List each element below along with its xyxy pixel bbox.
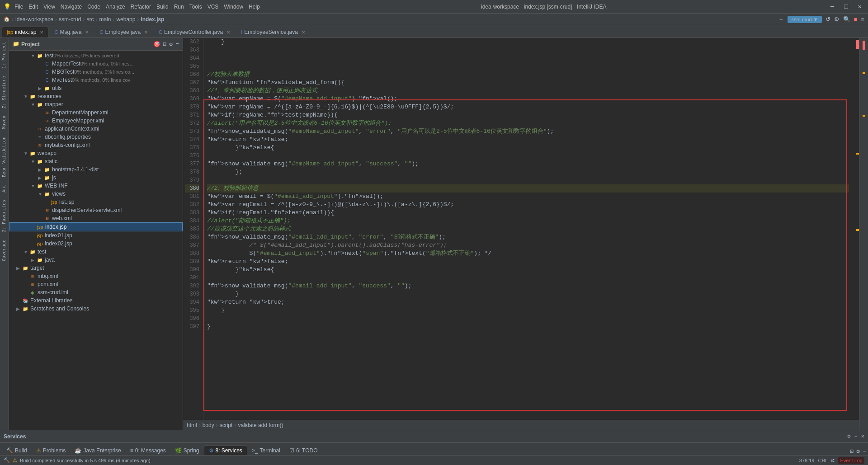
tree-item-test[interactable]: ▼📁test [9,248,183,256]
sidebar-structure-label[interactable]: Z: Structure [2,76,7,108]
tree-item-dispatcherServlet-servlet_xml[interactable]: ≋dispatcherServlet-servlet.xml [9,206,183,214]
tree-item-EmployeeMapper_xml[interactable]: ≋EmployeeMapper.xml [9,117,183,125]
tab-msg-java[interactable]: C Msg.java ✕ [49,27,94,38]
sidebar-favorites-label[interactable]: 2: Favorites [2,200,7,232]
expand-panels-icon[interactable]: ⊡ [850,448,854,455]
search-everywhere-icon[interactable]: 🔍 [843,16,850,23]
menu-file[interactable]: File [14,4,23,10]
locate-file-icon[interactable]: 🎯 [153,41,160,48]
tab-java-enterprise[interactable]: ☕ Java Enterprise [70,446,125,455]
tree-item-dbconfig_properties[interactable]: ≡dbconfig.properties [9,133,183,141]
tab-terminal[interactable]: >_ Terminal [247,446,285,455]
tree-item-index02_jsp[interactable]: jspindex02.jsp [9,240,183,248]
services-close-icon[interactable]: ✕ [861,433,864,440]
tree-item-mbg_xml[interactable]: ≋mbg.xml [9,272,183,280]
breadcrumb-body[interactable]: body [203,422,214,428]
tree-item-applicationContext_xml[interactable]: ≋applicationContext.xml [9,125,183,133]
branch-selector[interactable]: ssm-crud ▼ [788,16,821,23]
tab-employee-service[interactable]: I EmployeeService.java ✕ [236,27,310,38]
maximize-button[interactable]: □ [841,3,850,10]
tab-close-employee-controller[interactable]: ✕ [226,30,230,35]
sidebar-project-label[interactable]: 1: Project [2,42,7,69]
breadcrumb-script[interactable]: script [220,422,233,428]
sync-icon[interactable]: ↺ [826,16,830,23]
minimize-button[interactable]: ─ [828,3,837,10]
menu-window[interactable]: Window [224,4,243,10]
tree-item-java[interactable]: ▶📁java [9,256,183,264]
panel-settings-icon[interactable]: ⚙ [169,41,173,48]
tree-item-MBGTest[interactable]: CMBGTest 0% methods, 0% lines co... [9,68,183,76]
tree-item-utils[interactable]: ▶📁utils [9,84,183,92]
breadcrumb-webapp[interactable]: webapp [116,16,135,23]
code-editor[interactable]: } //校验表单数据 "kw">function "fn">validate_a… [203,38,853,420]
tab-index-jsp[interactable]: jsp index.jsp ✕ [2,27,48,38]
settings-icon[interactable]: ⚙ [834,16,840,23]
tree-item-mybatis-config_xml[interactable]: ≋mybatis-config.xml [9,141,183,149]
tree-item-ssm-crud_iml[interactable]: ◆ssm-crud.iml [9,288,183,296]
stop-icon[interactable]: ■ [854,16,858,23]
tab-employee-controller[interactable]: C EmployeeController.java ✕ [154,27,235,38]
tree-item-resources[interactable]: ▼📁resources [9,92,183,100]
breadcrumb-html[interactable]: html [187,422,197,428]
tree-item-web_xml[interactable]: ≋web.xml [9,214,183,222]
tree-item-mapper[interactable]: ▼📁mapper [9,100,183,108]
menu-code[interactable]: Code [87,4,100,10]
tree-item-js[interactable]: ▶📁js [9,174,183,182]
code-container[interactable]: 3623633643653663673683693703713723733743… [183,38,859,420]
menu-analyze[interactable]: Analyze [106,4,125,10]
menu-edit[interactable]: Edit [28,4,38,10]
menu-build[interactable]: Build [156,4,169,10]
sidebar-ant-label[interactable]: Ant [2,184,7,193]
panels-hide-icon[interactable]: − [863,448,866,455]
menu-run[interactable]: Run [174,4,184,10]
tree-item-Scratches_and_Consoles[interactable]: ▶📁Scratches and Consoles [9,305,183,313]
tree-item-MapperTest[interactable]: CMapperTest 0% methods, 0% lines... [9,60,183,68]
collapse-all-icon[interactable]: ⊟ [163,41,167,48]
close-button[interactable]: ✕ [855,3,864,10]
tab-close-index-jsp[interactable]: ✕ [40,30,43,35]
tree-item-webapp[interactable]: ▼📁webapp [9,149,183,157]
menu-view[interactable]: View [43,4,55,10]
breadcrumb-workspace[interactable]: idea-workspace [15,16,53,23]
breadcrumb-main[interactable]: main [99,16,111,23]
tree-item-MvcTest[interactable]: CMvcTest 0% methods, 0% lines cov [9,76,183,84]
tab-close-msg-java[interactable]: ✕ [85,30,89,35]
more-icon[interactable]: ≡ [861,16,864,23]
sidebar-maven-label[interactable]: Maven [2,116,7,129]
tree-item-DepartmentMapper_xml[interactable]: ≋DepartmentMapper.xml [9,108,183,117]
breadcrumb-file[interactable]: index.jsp [141,16,164,23]
panel-minimize-icon[interactable]: − [175,41,179,48]
tab-messages[interactable]: ≡ 0: Messages [126,446,170,455]
tree-item-External_Libraries[interactable]: 📚External Libraries [9,296,183,305]
tree-item-target[interactable]: ▶📁target [9,264,183,272]
breadcrumb-function[interactable]: validate add form() [238,422,283,428]
tree-item-test[interactable]: ▼📁test 0% classes, 0% lines covered [9,52,183,60]
tree-item-static[interactable]: ▼📁static [9,157,183,165]
tab-build[interactable]: 🔨 Build [2,446,32,455]
menu-vcs[interactable]: VCS [208,4,219,10]
tab-services[interactable]: ⚙ 8: Services [204,446,247,455]
menu-tools[interactable]: Tools [189,4,202,10]
tab-spring[interactable]: 🌿 Spring [170,446,204,455]
tree-item-bootstrap-3_4_1-dist[interactable]: ▶📁bootstrap-3.4.1-dist [9,165,183,174]
event-log-label[interactable]: Event Log [838,457,864,464]
tree-item-views[interactable]: ▼📁views [9,190,183,198]
services-minimize-icon[interactable]: − [854,433,858,440]
menu-refactor[interactable]: Refactor [131,4,151,10]
breadcrumb-module[interactable]: ssm-crud [59,16,81,23]
tree-item-WEB-INF[interactable]: ▼📁WEB-INF [9,182,183,190]
navigate-back-icon[interactable]: ← [778,16,784,23]
sidebar-bean-validation-label[interactable]: Bean Validation [2,136,7,177]
tree-item-pom_xml[interactable]: ≋pom.xml [9,280,183,288]
menu-help[interactable]: Help [249,4,260,10]
panels-settings-icon[interactable]: ⚙ [856,448,860,455]
tree-item-index01_jsp[interactable]: jspindex01.jsp [9,231,183,240]
tab-employee-java[interactable]: C Employee.java ✕ [94,27,153,38]
sidebar-coverage-label[interactable]: Coverage [2,240,7,261]
tab-close-employee-java[interactable]: ✕ [144,30,148,35]
tree-item-index_jsp[interactable]: jspindex.jsp [9,222,183,231]
tab-problems[interactable]: ⚠ Problems [32,446,71,455]
breadcrumb-src[interactable]: src [86,16,94,23]
tab-close-employee-service[interactable]: ✕ [302,30,305,35]
services-settings-icon[interactable]: ⚙ [847,433,850,440]
